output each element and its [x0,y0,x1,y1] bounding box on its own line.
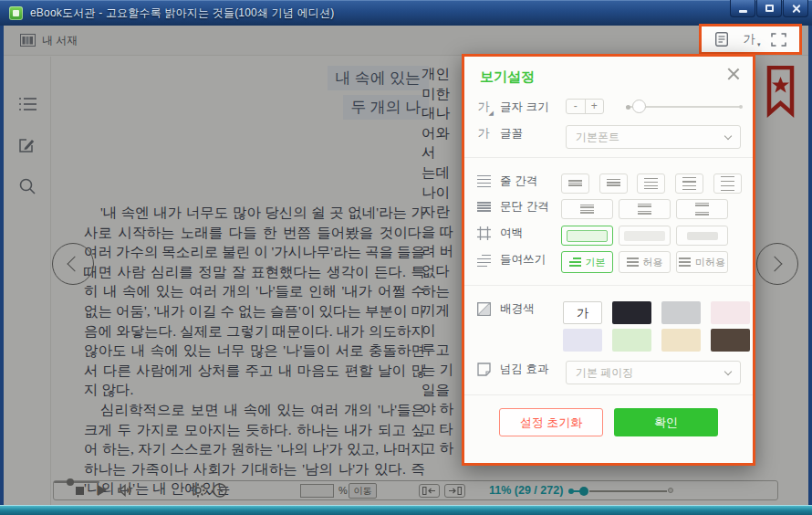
paragraph-spacing-icon [475,202,492,212]
panel-close-icon[interactable] [725,66,742,82]
margin-row-label: 여백 [475,226,523,241]
margin-icon [475,226,492,240]
minimize-icon [739,10,747,13]
window-title: eBook도서관 - 고요할수록 밝아지는 것들(100쇄 기념 에디션) [30,5,334,21]
swatch-label: 가 [577,305,588,321]
line-spacing-option-4[interactable] [675,173,703,194]
paragraph-spacing-option-1[interactable] [561,199,613,219]
line-spacing-icon [475,175,492,187]
paragraph-spacing-option-2[interactable] [619,199,671,219]
slider-end-dot [739,105,743,109]
page-effect-dropdown[interactable]: 기본 페이징 [566,361,741,384]
margin-option-2[interactable] [619,226,671,246]
margin-option-1[interactable] [561,226,613,246]
panel-title: 보기설정 [480,68,535,86]
font-row-label: 가 글꼴 [475,125,523,142]
indent-row-label: 들여쓰기 [475,252,546,268]
paragraph-spacing-option-3[interactable] [676,199,728,219]
background-color-row-label: 배경색 [475,301,535,317]
font-size-stepper: - + [566,99,604,114]
line-spacing-option-2[interactable] [599,173,628,194]
font-dropdown-value: 기본폰트 [576,130,619,145]
page-turn-icon [475,363,492,376]
line-spacing-option-1[interactable] [561,173,589,194]
indent-icon [475,255,492,266]
close-button[interactable] [783,0,808,17]
fullscreen-icon[interactable] [771,33,786,47]
maximize-button[interactable] [756,0,782,17]
font-size-slider[interactable] [626,106,742,108]
font-letter: 가 [744,31,755,47]
minimize-button[interactable] [730,0,755,17]
slider-start-dot [626,105,630,110]
bg-color-swatch-pink[interactable] [711,301,750,324]
chevron-down-icon [724,368,732,375]
bg-color-swatch-gray[interactable] [661,301,701,324]
line-spacing-option-5[interactable] [713,173,742,194]
title-bar: eBook도서관 - 고요할수록 밝아지는 것들(100쇄 기념 에디션) [0,0,812,26]
confirm-button[interactable]: 확인 [614,408,718,436]
font-size-decrease-button[interactable]: - [567,100,586,113]
close-icon [791,4,801,14]
separator [464,157,753,158]
font-size-icon: 가◢ [475,99,492,115]
window-bottom-border [0,505,812,515]
app-icon [9,6,23,20]
page-effect-row-label: 넘김 효과 [475,362,548,377]
font-size-increase-button[interactable]: + [586,100,604,113]
maximize-icon [765,5,774,12]
view-settings-icon[interactable]: 가▾ [744,31,755,47]
indent-option-default[interactable]: 기본 [561,251,613,273]
bg-color-swatch-lavender[interactable] [563,329,602,352]
bg-color-swatch-cream[interactable] [661,329,701,352]
indent-option-allow[interactable]: 허용 [619,251,671,273]
font-dropdown[interactable]: 기본폰트 [566,125,741,149]
separator [464,285,753,286]
font-size-slider-knob[interactable] [632,100,646,113]
app-window: eBook도서관 - 고요할수록 밝아지는 것들(100쇄 기념 에디션) 내 … [0,0,812,515]
toolbar-highlight-box: 가▾ [699,24,802,55]
reset-settings-button[interactable]: 설정 초기화 [499,408,603,436]
margin-option-3[interactable] [676,226,728,246]
line-spacing-row-label: 줄 간격 [475,173,537,189]
bg-color-swatch-green[interactable] [612,329,651,352]
bg-color-swatch-white[interactable]: 가 [563,301,602,324]
window-controls [729,0,808,17]
font-size-row-label: 가◢ 글자 크기 [475,99,548,115]
bg-color-swatch-brown[interactable] [711,329,750,352]
reading-settings-icon[interactable] [715,32,728,47]
view-settings-panel: 보기설정 가◢ 글자 크기 - + 가 글꼴 기본폰트 줄 간격 [462,54,755,466]
page-effect-value: 기본 페이징 [576,365,633,381]
line-spacing-option-3[interactable] [637,173,665,194]
indent-option-disallow[interactable]: 미허용 [676,251,728,273]
chevron-down-icon [724,132,732,140]
bg-color-swatch-dark[interactable] [612,301,651,324]
background-color-icon [475,302,492,316]
separator [464,394,753,395]
paragraph-spacing-row-label: 문단 간격 [475,199,548,215]
font-icon: 가 [475,125,492,142]
